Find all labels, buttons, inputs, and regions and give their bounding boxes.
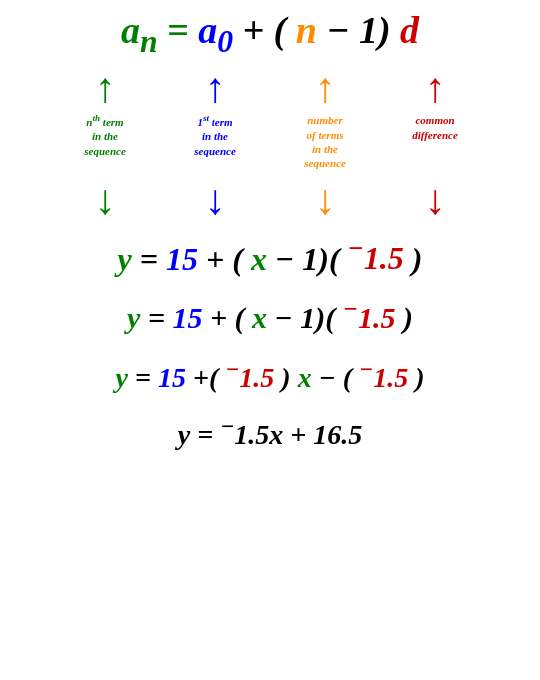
equation-2: y = 15 + ( x − 1)( −1.5 ) bbox=[127, 294, 413, 336]
eq3-y: y bbox=[116, 362, 128, 393]
eq2-close: ) bbox=[403, 301, 413, 334]
down-arrow-orange-col: ↓ bbox=[270, 175, 380, 221]
eq3-equals: = bbox=[135, 362, 158, 393]
eq3-close-2: ) bbox=[415, 362, 424, 393]
eq3-neg15-1: −1.5 bbox=[225, 362, 274, 393]
down-arrow-green-col: ↓ bbox=[50, 175, 160, 221]
eq3-minus: − ( bbox=[319, 362, 352, 393]
eq3-plus: +( bbox=[193, 362, 218, 393]
down-arrow-blue-col: ↓ bbox=[160, 175, 270, 221]
arrow-down-orange: ↓ bbox=[315, 179, 336, 221]
formula-top: an = a0 + ( n − 1) d bbox=[121, 10, 419, 59]
label-nth-term: nth termin thesequence bbox=[84, 113, 126, 158]
arrow-up-orange: ↑ bbox=[315, 67, 336, 109]
eq1-y: y bbox=[118, 240, 132, 276]
arrow-col-blue: ↑ 1st termin thesequence bbox=[160, 67, 270, 158]
arrow-col-red: ↑ commondifference bbox=[380, 67, 490, 142]
formula-equals: = bbox=[167, 9, 198, 51]
equation-1: y = 15 + ( x − 1)( −1.5 ) bbox=[118, 233, 423, 278]
down-arrow-red-col: ↓ bbox=[380, 175, 490, 221]
label-1st-term: 1st termin thesequence bbox=[194, 113, 236, 158]
formula-minus-1-close: − 1) bbox=[326, 9, 390, 51]
eq1-close: ) bbox=[412, 240, 423, 276]
formula-n: n bbox=[296, 9, 317, 51]
eq3-15: 15 bbox=[158, 362, 186, 393]
arrow-down-red: ↓ bbox=[425, 179, 446, 221]
formula-a0: a0 bbox=[198, 9, 233, 51]
arrows-up-section: ↑ nth termin thesequence ↑ 1st termin th… bbox=[0, 67, 540, 170]
equation-3: y = 15 +( −1.5 ) x − ( −1.5 ) bbox=[116, 356, 425, 395]
formula-an: an bbox=[121, 9, 158, 51]
eq1-x: x bbox=[251, 240, 267, 276]
eq2-equals: = bbox=[148, 301, 173, 334]
eq3-neg15-2: −1.5 bbox=[359, 362, 408, 393]
eq3-close-x: ) bbox=[281, 362, 290, 393]
label-num-terms: numberof termsin thesequence bbox=[304, 113, 346, 170]
eq1-equals: = bbox=[140, 240, 166, 276]
eq2-y: y bbox=[127, 301, 140, 334]
eq1-15: 15 bbox=[166, 240, 198, 276]
main-container: an = a0 + ( n − 1) d ↑ nth termin theseq… bbox=[0, 0, 540, 680]
arrow-up-red: ↑ bbox=[425, 67, 446, 109]
formula-plus-open: + ( bbox=[242, 9, 286, 51]
eq2-plus: + ( bbox=[210, 301, 245, 334]
eq2-minus1: − 1)( bbox=[275, 301, 336, 334]
arrow-down-blue: ↓ bbox=[205, 179, 226, 221]
eq1-neg15: −1.5 bbox=[348, 240, 404, 276]
label-common-diff: commondifference bbox=[412, 113, 458, 142]
arrow-down-green: ↓ bbox=[95, 179, 116, 221]
eq2-x: x bbox=[252, 301, 267, 334]
arrow-up-blue: ↑ bbox=[205, 67, 226, 109]
eq1-plus: + ( bbox=[206, 240, 243, 276]
arrow-col-orange: ↑ numberof termsin thesequence bbox=[270, 67, 380, 170]
arrows-down-row: ↓ ↓ ↓ ↓ bbox=[0, 175, 540, 221]
equation-4: y = −1.5x + 16.5 bbox=[178, 413, 363, 452]
eq4-y: y = −1.5x + 16.5 bbox=[178, 419, 363, 450]
arrow-up-green: ↑ bbox=[95, 67, 116, 109]
formula-d: d bbox=[400, 9, 419, 51]
eq3-x: x bbox=[298, 362, 312, 393]
eq1-minus1: − 1)( bbox=[275, 240, 340, 276]
eq2-15: 15 bbox=[173, 301, 203, 334]
arrow-col-green: ↑ nth termin thesequence bbox=[50, 67, 160, 158]
eq2-neg15: −1.5 bbox=[343, 301, 396, 334]
